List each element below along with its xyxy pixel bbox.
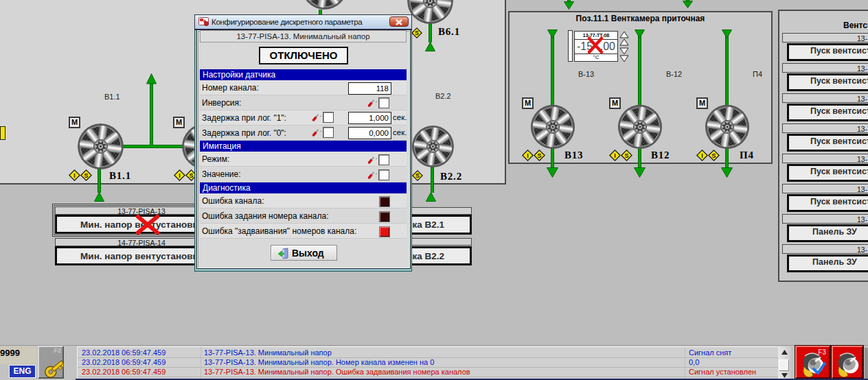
svg-text:I: I — [179, 172, 181, 179]
svg-text:S: S — [415, 29, 419, 36]
svg-text:S: S — [537, 152, 541, 159]
svg-text:S: S — [84, 172, 88, 179]
svg-text:S: S — [189, 172, 193, 179]
svg-text:S: S — [415, 172, 420, 179]
svg-text:I: I — [527, 152, 529, 159]
svg-text:I: I — [73, 172, 76, 179]
svg-text:I: I — [701, 152, 703, 159]
svg-text:I: I — [614, 152, 616, 159]
svg-text:S: S — [711, 152, 716, 159]
svg-text:S: S — [624, 152, 628, 159]
